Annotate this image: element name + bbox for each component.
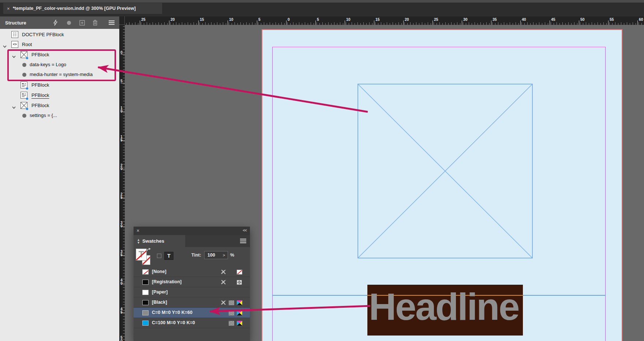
tagged-dot-icon (26, 98, 28, 100)
hruler-label: 55 (610, 17, 614, 22)
menu-icon[interactable] (108, 19, 115, 26)
structure-tree-row[interactable]: PFBlock (0, 80, 119, 90)
structure-tree-row[interactable]: DOCTYPE PFBlock (0, 30, 119, 39)
image-block-icon[interactable] (20, 102, 27, 109)
swap-fill-stroke-icon[interactable] (146, 248, 151, 253)
hruler-label: 5 (317, 17, 319, 22)
cmyk-icon (236, 300, 242, 305)
tree-item-label[interactable]: PFBlock (31, 92, 49, 98)
swatch-name[interactable]: [None] (152, 269, 166, 274)
document-tab[interactable]: × *template_PF_color-version.indd @ 300%… (3, 3, 162, 14)
structure-tree-row[interactable]: settings = {... (0, 111, 119, 120)
swatch-name[interactable]: C=100 M=0 Y=0 K=0 (152, 320, 195, 325)
tree-item-label[interactable]: PFBlock (31, 52, 49, 57)
grid-icon (228, 310, 234, 315)
application-window: × *template_PF_color-version.indd @ 300%… (0, 0, 644, 341)
vruler-label: 45 (119, 307, 124, 314)
text-block-icon[interactable] (20, 82, 27, 88)
tint-dropdown-button[interactable]: > (220, 251, 228, 259)
tab-swatches[interactable]: ▲▼ Swatches (134, 235, 185, 247)
tint-value-input[interactable]: 100 (204, 251, 221, 259)
tree-item-label[interactable]: PFBlock (31, 82, 49, 88)
swatch-row[interactable]: [Black] (134, 298, 250, 308)
swatch-name[interactable]: [Paper] (152, 289, 168, 295)
structure-tree-row[interactable]: media-hunter = system-media (0, 70, 119, 79)
tree-item-label[interactable]: Root (22, 42, 32, 47)
vruler-label: 10 (119, 106, 124, 113)
panel-menu-icon[interactable] (240, 239, 246, 243)
doctype-icon[interactable] (11, 31, 18, 38)
hruler-label: 20 (171, 17, 175, 22)
headline-text[interactable]: Headline (369, 288, 518, 326)
swatches-panel-top-bar: × << (134, 227, 250, 235)
chevron-down-icon[interactable] (3, 43, 7, 46)
grid-icon (228, 321, 234, 326)
text-fill-stroke-proxy[interactable]: T (136, 249, 155, 266)
hruler-label: 30 (463, 17, 468, 22)
swatches-tab-label: Swatches (142, 238, 164, 244)
swatch-color-chip (142, 321, 149, 326)
pencil-x-icon (220, 300, 226, 305)
record-icon[interactable] (65, 19, 72, 26)
swatches-toolbar: T T Tint: 100 > % (134, 247, 250, 267)
root-icon[interactable]: <> (11, 41, 18, 48)
vruler-label: 50 (119, 336, 124, 341)
vruler-label: 15 (119, 135, 124, 142)
tab-close-icon[interactable]: × (7, 6, 13, 11)
swatch-color-chip (142, 280, 149, 285)
cmyk-icon (236, 310, 242, 315)
swatch-name[interactable]: [Black] (152, 300, 167, 305)
hruler-label: 0 (288, 17, 290, 22)
swatch-color-chip (142, 300, 149, 305)
hruler-label: 25 (141, 17, 146, 22)
hruler-label: 45 (551, 17, 555, 22)
tint-unit-label: % (230, 253, 234, 258)
collapse-panel-icon[interactable]: << (243, 228, 247, 232)
hruler-label: 35 (493, 17, 497, 22)
chevron-down-icon[interactable] (12, 104, 16, 107)
text-block-icon[interactable] (20, 92, 27, 99)
lightning-icon[interactable] (52, 19, 59, 26)
tree-item-label[interactable]: settings = {... (30, 113, 57, 118)
image-block-icon[interactable] (20, 51, 27, 58)
vruler-label: 0 (119, 51, 124, 54)
formatting-affects-text-button[interactable]: T (164, 252, 173, 260)
structure-tree-row[interactable]: PFBlock (0, 91, 119, 100)
structure-tree-row[interactable]: PFBlock (0, 101, 119, 110)
attribute-bullet-icon (22, 73, 26, 77)
swatch-name[interactable]: C=0 M=0 Y=0 K=60 (152, 310, 192, 315)
formatting-affects-container-button[interactable] (157, 254, 161, 258)
swatch-row[interactable]: [Paper] (134, 287, 250, 298)
tree-item-label[interactable]: DOCTYPE PFBlock (22, 32, 64, 37)
window-top-strip (0, 0, 644, 3)
tint-label: Tint: (191, 253, 201, 258)
add-icon[interactable] (79, 19, 85, 26)
panel-collapse-diamond-icon[interactable]: ▲▼ (137, 238, 140, 244)
swatches-close-icon[interactable]: × (136, 228, 139, 234)
structure-tree-row[interactable]: <>Root (0, 40, 119, 49)
chevron-down-icon[interactable] (12, 53, 16, 57)
swatch-row[interactable]: C=0 M=0 Y=0 K=60 (134, 308, 250, 318)
image-placeholder-frame[interactable] (357, 84, 533, 258)
vruler-label: 20 (119, 164, 124, 170)
structure-tree-row[interactable]: data-keys = Logo (0, 60, 119, 69)
swatch-row[interactable]: [Registration] (134, 277, 250, 287)
ruler-corner (119, 16, 125, 25)
tagged-dot-icon (26, 108, 28, 110)
none-chip-icon (236, 269, 242, 274)
fill-proxy-box[interactable]: T (136, 249, 147, 261)
tree-item-label[interactable]: media-hunter = system-media (30, 72, 93, 77)
trash-icon[interactable] (92, 19, 98, 26)
swatch-row[interactable]: C=100 M=0 Y=0 K=0 (134, 318, 250, 328)
hruler-label: 50 (580, 17, 585, 22)
structure-tree-row[interactable]: PFBlock (0, 50, 119, 60)
structure-panel-title: Structure (5, 20, 26, 26)
vruler-label: 40 (119, 279, 124, 285)
title-bar: × *template_PF_color-version.indd @ 300%… (0, 0, 644, 17)
swatch-row[interactable]: [None] (134, 267, 250, 277)
structure-panel-header: Structure (0, 16, 119, 29)
swatch-name[interactable]: [Registration] (152, 279, 181, 284)
tree-item-label[interactable]: data-keys = Logo (30, 62, 66, 67)
vertical-ruler: 0510152025303540455055 (119, 25, 125, 341)
tree-item-label[interactable]: PFBlock (31, 103, 49, 108)
